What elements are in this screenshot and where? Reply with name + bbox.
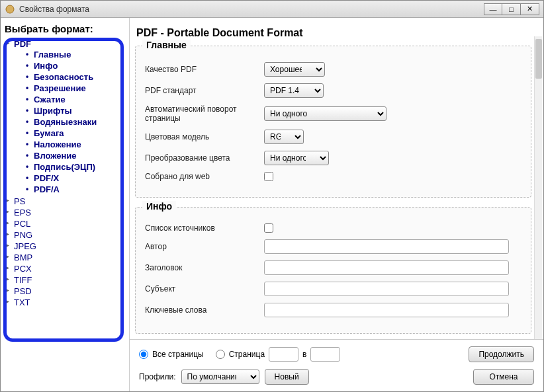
sourcelist-label: Список источников xyxy=(145,223,264,233)
single-page-radio[interactable] xyxy=(216,350,225,359)
colormodel-label: Цветовая модель xyxy=(145,132,264,141)
vertical-scrollbar[interactable] xyxy=(534,36,542,339)
app-icon xyxy=(5,4,15,15)
keywords-label: Ключевые слова xyxy=(145,305,264,315)
autorotate-label: Автоматический поворот страницы xyxy=(145,104,264,123)
panel-main: Главные Качество PDF Хорошее PDF стандар… xyxy=(135,46,531,198)
all-pages-label: Все страницы xyxy=(152,350,204,359)
panel-main-legend: Главные xyxy=(142,40,191,50)
minimize-button[interactable]: — xyxy=(484,3,502,15)
panel-info-legend: Инфо xyxy=(142,201,176,212)
sidebar-subitem-overlay[interactable]: Наложение xyxy=(24,139,125,150)
sidebar-subitem-compression[interactable]: Сжатие xyxy=(24,94,125,105)
sidebar-item-bmp[interactable]: BMP xyxy=(5,252,125,263)
all-pages-radio[interactable] xyxy=(139,350,148,359)
sidebar-item-pcx[interactable]: PCX xyxy=(5,263,125,274)
subject-input[interactable] xyxy=(264,282,509,296)
sidebar-subitem-paper[interactable]: Бумага xyxy=(24,128,125,139)
sidebar-heading: Выбрать формат: xyxy=(5,23,125,34)
sidebar-subitem-attachment[interactable]: Вложение xyxy=(24,150,125,161)
sidebar-item-jpeg[interactable]: JPEG xyxy=(5,241,125,252)
new-profile-button[interactable]: Новый xyxy=(265,369,309,385)
profiles-label: Профили: xyxy=(139,372,176,381)
main-panel: PDF - Portable Document Format Главные К… xyxy=(130,18,543,391)
title-label: Заголовок xyxy=(145,263,264,272)
colortransform-select[interactable]: Ни одного xyxy=(264,151,329,165)
title-input[interactable] xyxy=(264,260,509,275)
sourcelist-checkbox[interactable] xyxy=(264,223,273,233)
sidebar-subitem-security[interactable]: Безопасность xyxy=(24,71,125,83)
maximize-button[interactable]: □ xyxy=(502,3,521,15)
sidebar-subitem-pdfx[interactable]: PDF/X xyxy=(24,173,125,184)
sidebar-subitem-main[interactable]: Главные xyxy=(24,49,125,60)
svg-point-0 xyxy=(6,5,14,13)
quality-select[interactable]: Хорошее xyxy=(264,62,325,77)
titlebar: Свойства формата — □ ✕ xyxy=(1,1,543,18)
sidebar-subitem-fonts[interactable]: Шрифты xyxy=(24,105,125,116)
author-input[interactable] xyxy=(264,239,509,254)
in-label: в xyxy=(302,350,306,359)
cancel-button[interactable]: Отмена xyxy=(473,369,534,385)
panel-info: Инфо Список источников Автор Заголовок xyxy=(135,207,531,334)
format-properties-window: Свойства формата — □ ✕ Выбрать формат: P… xyxy=(0,0,544,392)
profile-select[interactable]: По умолчанию xyxy=(181,370,259,384)
sidebar-item-pdf[interactable]: PDF Главные Инфо Безопасность Разрешение… xyxy=(5,38,125,196)
colortransform-label: Преобразование цвета xyxy=(145,153,264,163)
standard-label: PDF стандарт xyxy=(145,86,264,95)
sidebar-subitem-signature[interactable]: Подпись(ЭЦП) xyxy=(24,161,125,173)
page-from-input[interactable] xyxy=(269,347,298,362)
sidebar: Выбрать формат: PDF Главные Инфо Безопас… xyxy=(1,18,130,391)
webcollect-label: Собрано для web xyxy=(145,172,264,181)
page-title: PDF - Portable Document Format xyxy=(136,27,531,39)
page-to-input[interactable] xyxy=(310,347,340,362)
close-button[interactable]: ✕ xyxy=(521,3,539,15)
sidebar-subitem-info[interactable]: Инфо xyxy=(24,60,125,71)
sidebar-item-ps[interactable]: PS xyxy=(5,196,125,207)
colormodel-select[interactable]: RGB xyxy=(264,130,304,144)
sidebar-item-txt[interactable]: TXT xyxy=(5,297,125,308)
window-controls: — □ ✕ xyxy=(484,3,539,15)
scroll-area[interactable]: PDF - Portable Document Format Главные К… xyxy=(130,18,543,339)
sidebar-subitem-watermarks[interactable]: Водяныезнаки xyxy=(24,116,125,128)
sidebar-item-psd[interactable]: PSD xyxy=(5,286,125,297)
standard-select[interactable]: PDF 1.4 xyxy=(264,83,324,98)
sidebar-subitem-resolution[interactable]: Разрешение xyxy=(24,83,125,94)
quality-label: Качество PDF xyxy=(145,65,264,74)
sidebar-item-eps[interactable]: EPS xyxy=(5,207,125,218)
sidebar-subitem-pdfa[interactable]: PDF/A xyxy=(24,184,125,195)
sidebar-item-pcl[interactable]: PCL xyxy=(5,218,125,229)
author-label: Автор xyxy=(145,242,264,251)
footer-bar: Все страницы Страница в Продолжить Профи… xyxy=(130,339,543,391)
sidebar-item-png[interactable]: PNG xyxy=(5,229,125,241)
continue-button[interactable]: Продолжить xyxy=(469,346,534,362)
autorotate-select[interactable]: Ни одного xyxy=(264,106,386,121)
keywords-input[interactable] xyxy=(264,303,509,317)
page-label: Страница xyxy=(229,350,265,359)
window-title: Свойства формата xyxy=(19,5,484,14)
webcollect-checkbox[interactable] xyxy=(264,172,273,181)
sidebar-item-tiff[interactable]: TIFF xyxy=(5,274,125,286)
subject-label: Субъект xyxy=(145,284,264,294)
